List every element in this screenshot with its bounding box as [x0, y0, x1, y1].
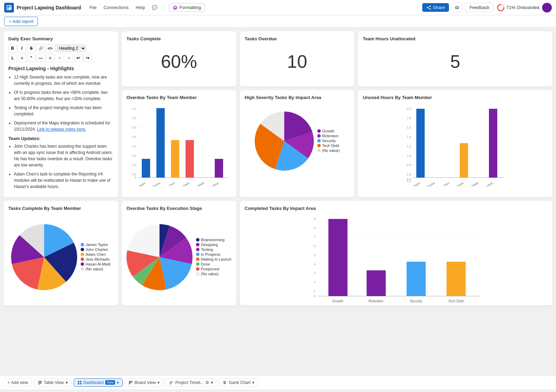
highlights-title: Project Lapwing - Highlights	[8, 66, 113, 71]
svg-rect-85	[367, 270, 386, 296]
brush-icon	[173, 5, 178, 10]
tasks-overdue-value: 10	[245, 44, 350, 79]
tab-timeline-arrow: ▾	[211, 380, 213, 385]
table-icon	[38, 381, 42, 385]
code-button[interactable]: </>	[46, 44, 54, 52]
svg-text:(No value): (No value)	[207, 181, 220, 186]
tab-table-arrow: ▾	[66, 380, 68, 385]
tab-timeline-settings[interactable]: ⚙	[205, 380, 209, 385]
svg-text:Adam Chen: Adam Chen	[436, 181, 450, 186]
overdue-by-member-chart: 4.0 3.5 3.0 2.5 2.0 1.5 1.0 0.5 0	[126, 103, 231, 190]
quote-button[interactable]: "	[27, 54, 35, 62]
italic-button[interactable]: I	[18, 44, 26, 52]
dashboard-icon	[77, 381, 82, 385]
tasks-overdue-card: Tasks Overdue 10	[240, 31, 354, 87]
svg-text:3.0: 3.0	[132, 126, 136, 129]
tab-dashboard[interactable]: Dashboard New ▾	[74, 378, 123, 387]
align-right-button[interactable]: ≡	[65, 54, 73, 62]
exec-summary-card: Daily Exec Summary B I S 🔗 </> Heading 2…	[3, 31, 118, 197]
bold-button[interactable]: B	[8, 44, 17, 52]
highlight-item-1: 12 High Severity tasks are now complete,…	[14, 74, 113, 87]
tab-timeline[interactable]: Project Timeli... ⚙ ▾	[165, 378, 217, 387]
svg-text:1.0: 1.0	[132, 163, 136, 167]
unordered-list-button[interactable]: ≡	[18, 54, 26, 62]
tab-board-arrow: ▾	[157, 380, 160, 385]
svg-text:9: 9	[314, 217, 316, 221]
tab-gantt[interactable]: Gantt Chart ▾	[219, 378, 258, 387]
share-button[interactable]: Share	[422, 3, 449, 12]
completed-by-impact-chart: 9 8 7 6 5 4 3 2 1 0	[245, 214, 548, 301]
unused-hours-card: Unused Hours By Team Member 2.0 1.8 1.6 …	[358, 90, 553, 197]
svg-text:Adam Chen: Adam Chen	[161, 181, 175, 186]
align-center-button[interactable]: ≡	[55, 54, 64, 62]
overdue-by-stage-card: Overdue Tasks By Execution Stage	[122, 201, 236, 305]
svg-rect-1	[7, 6, 9, 8]
svg-text:Jess Michaels: Jess Michaels	[173, 181, 190, 186]
divider-button[interactable]: —	[36, 54, 45, 62]
add-report-button[interactable]: + Add report	[4, 17, 38, 26]
redo-button[interactable]: ↪	[83, 54, 92, 62]
user-avatar[interactable]	[542, 3, 552, 13]
release-notes-link[interactable]: Link to release notes here.	[37, 127, 86, 132]
svg-text:4.0: 4.0	[132, 107, 136, 111]
svg-text:0.2: 0.2	[407, 179, 411, 183]
svg-point-5	[427, 7, 428, 8]
add-view-button[interactable]: + Add view	[3, 378, 32, 387]
separator	[164, 4, 165, 11]
svg-rect-57	[489, 109, 497, 178]
heading-select[interactable]: Heading 2 Heading 1 Heading 3 Normal	[55, 44, 86, 52]
link-icon	[455, 5, 459, 10]
undo-button[interactable]: ↩	[74, 54, 82, 62]
bar-adam	[171, 140, 179, 178]
svg-text:1: 1	[314, 289, 316, 293]
dashboard: Daily Exec Summary B I S 🔗 </> Heading 2…	[0, 28, 556, 375]
menu-connections[interactable]: Connections	[101, 3, 131, 11]
highlight-item-2: Of in progress tasks three are >80% comp…	[14, 89, 113, 102]
svg-rect-84	[328, 219, 348, 296]
tab-dashboard-label: Dashboard	[83, 380, 104, 385]
unused-hours-chart: 2.0 1.8 1.6 1.4 1.2 1.0 0.8 0.6 0.4 0.2	[363, 103, 548, 190]
svg-text:John Charles: John Charles	[145, 181, 161, 186]
highlight-item-3: Testing of the project merging module ha…	[14, 105, 113, 117]
svg-text:8: 8	[314, 226, 316, 230]
menu-comment-icon[interactable]: 💬	[149, 3, 160, 11]
overdue-stage-pie	[126, 224, 193, 290]
link-button[interactable]	[452, 2, 462, 13]
overdue-by-stage-title: Overdue Tasks By Execution Stage	[126, 206, 231, 211]
svg-rect-55	[416, 109, 425, 178]
tasks-complete-value: 60%	[126, 44, 231, 79]
feedback-button[interactable]: Feedback	[465, 3, 494, 12]
svg-text:James Taylor: James Taylor	[131, 181, 146, 186]
formatting-button[interactable]: Formatting	[169, 3, 205, 12]
svg-rect-99	[80, 383, 81, 384]
svg-rect-94	[38, 383, 42, 384]
tasks-complete-title: Tasks Complete	[126, 36, 231, 41]
svg-text:7: 7	[314, 235, 316, 239]
tasks-complete-member-legend: James Taylor John Charles Adam Chen Jess…	[81, 243, 111, 272]
svg-text:3.5: 3.5	[132, 116, 136, 120]
tab-table-view[interactable]: Table View ▾	[34, 378, 72, 387]
tab-gantt-arrow: ▾	[252, 380, 254, 385]
team-hours-title: Team Hours Unallocated	[363, 36, 548, 41]
svg-text:1.2: 1.2	[407, 145, 411, 148]
svg-text:2.0: 2.0	[132, 145, 136, 148]
svg-rect-93	[38, 382, 42, 383]
menu-file[interactable]: File	[87, 3, 99, 11]
svg-rect-101	[130, 381, 131, 383]
team-updates-list: John Charles has been assisting the supp…	[8, 143, 113, 190]
board-icon	[129, 381, 133, 385]
add-view-icon: +	[7, 380, 10, 385]
align-left-button[interactable]: ≡	[46, 54, 54, 62]
menu-help[interactable]: Help	[133, 3, 148, 11]
svg-text:0: 0	[314, 294, 316, 298]
tab-dashboard-arrow: ▾	[117, 380, 119, 385]
svg-text:6: 6	[314, 244, 316, 248]
svg-line-8	[428, 7, 430, 7]
ordered-list-button[interactable]: 1.	[8, 54, 17, 62]
link-format-button[interactable]: 🔗	[36, 44, 45, 52]
tab-board-view[interactable]: Board View ▾	[125, 378, 163, 387]
svg-rect-106	[223, 381, 226, 382]
progress-ring	[497, 3, 505, 12]
tab-gantt-label: Gantt Chart	[229, 380, 250, 385]
strikethrough-button[interactable]: S	[27, 44, 35, 52]
